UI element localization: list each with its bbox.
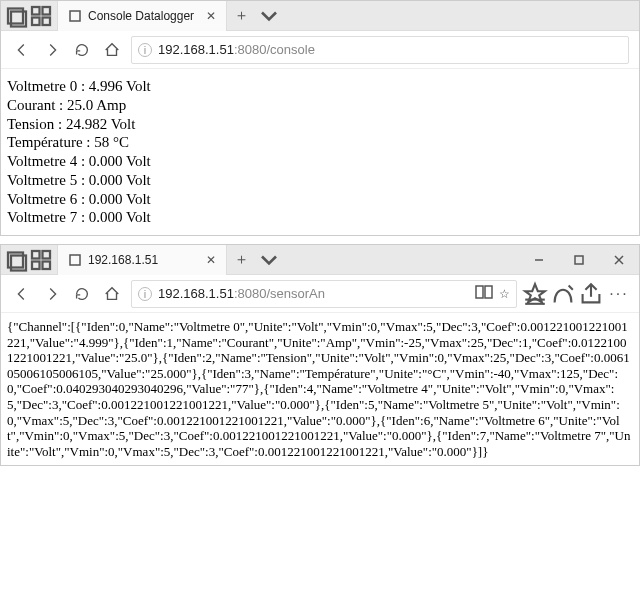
favorite-star-icon[interactable]: ☆ [499, 287, 510, 301]
refresh-button[interactable] [67, 279, 97, 309]
svg-rect-12 [43, 261, 51, 269]
svg-rect-13 [70, 255, 80, 265]
home-button[interactable] [97, 35, 127, 65]
svg-rect-15 [575, 256, 583, 264]
browser-tab[interactable]: 192.168.1.51 ✕ [57, 245, 227, 275]
tab-strip-leading-icons [1, 248, 57, 272]
page-favicon [68, 9, 82, 23]
site-info-icon[interactable]: i [138, 43, 152, 57]
svg-rect-11 [32, 261, 40, 269]
tab-actions: ＋ [227, 2, 283, 30]
svg-rect-6 [70, 11, 80, 21]
console-line: Voltmetre 0 : 4.996 Volt [7, 77, 633, 96]
url-path: /console [266, 42, 314, 57]
url-path: /sensorAn [266, 286, 325, 301]
forward-button[interactable] [37, 35, 67, 65]
web-notes-icon[interactable] [549, 280, 577, 308]
svg-rect-10 [43, 251, 51, 259]
page-favicon [68, 253, 82, 267]
tab-aside-icon[interactable] [5, 4, 29, 28]
favorites-hub-icon[interactable] [521, 280, 549, 308]
tab-menu-chevron-icon[interactable] [255, 2, 283, 30]
share-icon[interactable] [577, 280, 605, 308]
back-button[interactable] [7, 35, 37, 65]
forward-button[interactable] [37, 279, 67, 309]
url-port: :8080 [234, 286, 267, 301]
page-body: Voltmetre 0 : 4.996 VoltCourant : 25.0 A… [1, 69, 639, 235]
tab-close-icon[interactable]: ✕ [206, 9, 216, 23]
url-host: 192.168.1.51 [158, 286, 234, 301]
refresh-button[interactable] [67, 35, 97, 65]
url-text: 192.168.1.51:8080/sensorAn [158, 286, 325, 301]
browser-tab[interactable]: Console Datalogger ✕ [57, 1, 227, 31]
toolbar-right-icons: ··· [521, 280, 633, 308]
tab-close-icon[interactable]: ✕ [206, 253, 216, 267]
tab-strip-leading-icons [1, 4, 57, 28]
maximize-button[interactable] [559, 245, 599, 275]
console-line: Température : 58 °C [7, 133, 633, 152]
close-window-button[interactable] [599, 245, 639, 275]
site-info-icon[interactable]: i [138, 287, 152, 301]
url-text: 192.168.1.51:8080/console [158, 42, 315, 57]
tab-title: 192.168.1.51 [88, 253, 198, 267]
address-bar[interactable]: i 192.168.1.51:8080/sensorAn ☆ [131, 280, 517, 308]
svg-rect-3 [43, 7, 51, 15]
browser-window-1: Console Datalogger ✕ ＋ i 192.168.1.51:80… [0, 0, 640, 236]
tab-actions: ＋ [227, 246, 283, 274]
console-line: Voltmetre 6 : 0.000 Volt [7, 190, 633, 209]
svg-rect-9 [32, 251, 40, 259]
tab-title: Console Datalogger [88, 9, 198, 23]
svg-rect-2 [32, 7, 40, 15]
console-line: Voltmetre 4 : 0.000 Volt [7, 152, 633, 171]
minimize-button[interactable] [519, 245, 559, 275]
browser-window-2: 192.168.1.51 ✕ ＋ i 192.168.1.51:8080/sen… [0, 244, 640, 466]
tab-menu-chevron-icon[interactable] [255, 246, 283, 274]
tab-preview-icon[interactable] [29, 4, 53, 28]
console-line: Courant : 25.0 Amp [7, 96, 633, 115]
tab-strip: 192.168.1.51 ✕ ＋ [1, 245, 639, 275]
nav-toolbar: i 192.168.1.51:8080/sensorAn ☆ ··· [1, 275, 639, 313]
page-body-json: {"Channel":[{"Iden":0,"Name":"Voltmetre … [1, 313, 639, 465]
console-line: Voltmetre 5 : 0.000 Volt [7, 171, 633, 190]
url-host: 192.168.1.51 [158, 42, 234, 57]
new-tab-button[interactable]: ＋ [227, 246, 255, 274]
console-line: Tension : 24.982 Volt [7, 115, 633, 134]
svg-rect-5 [43, 17, 51, 25]
url-port: :8080 [234, 42, 267, 57]
new-tab-button[interactable]: ＋ [227, 2, 255, 30]
tab-preview-icon[interactable] [29, 248, 53, 272]
reading-view-icon[interactable] [475, 285, 493, 302]
nav-toolbar: i 192.168.1.51:8080/console [1, 31, 639, 69]
tab-aside-icon[interactable] [5, 248, 29, 272]
home-button[interactable] [97, 279, 127, 309]
svg-line-22 [569, 285, 573, 289]
tab-strip: Console Datalogger ✕ ＋ [1, 1, 639, 31]
console-line: Voltmetre 7 : 0.000 Volt [7, 208, 633, 227]
svg-rect-4 [32, 17, 40, 25]
address-bar[interactable]: i 192.168.1.51:8080/console [131, 36, 629, 64]
svg-rect-19 [485, 286, 492, 298]
window-controls [519, 245, 639, 275]
svg-rect-18 [476, 286, 483, 298]
back-button[interactable] [7, 279, 37, 309]
more-menu-icon[interactable]: ··· [605, 280, 633, 308]
